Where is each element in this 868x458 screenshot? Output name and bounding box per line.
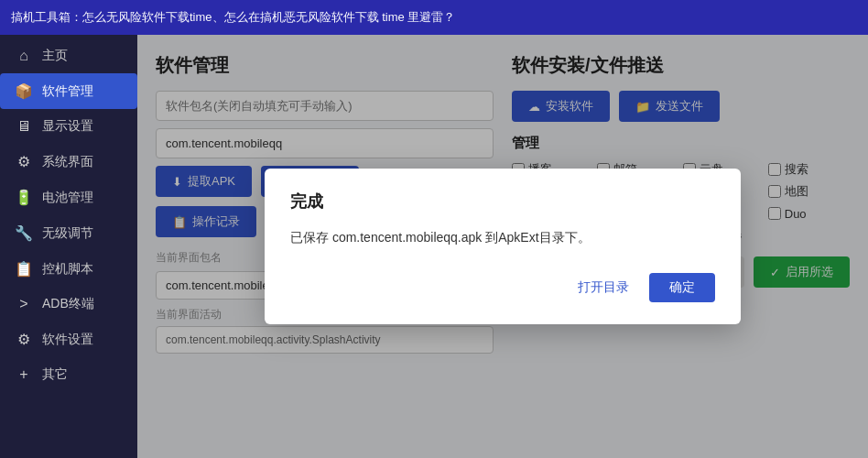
sidebar-item-system[interactable]: ⚙ 系统界面 [0, 144, 137, 180]
completion-dialog: 完成 已保存 com.tencent.mobileqq.apk 到ApkExt目… [265, 169, 741, 324]
sidebar-item-other[interactable]: + 其它 [0, 357, 137, 392]
sidebar: ⌂ 主页 📦 软件管理 🖥 显示设置 ⚙ 系统界面 🔋 电池管理 🔧 无级调节 … [0, 35, 137, 458]
display-icon: 🖥 [15, 118, 33, 135]
dialog-buttons: 打开目录 确定 [290, 273, 715, 302]
top-bar-text: 搞机工具箱：怎么无风险软件下载time、怎么在搞机恶无风险软件下载 time 里… [11, 9, 455, 26]
appsettings-icon: ⚙ [15, 331, 33, 348]
other-icon: + [15, 366, 33, 383]
software-icon: 📦 [15, 82, 33, 100]
sidebar-item-advanced[interactable]: 🔧 无级调节 [0, 215, 137, 251]
sidebar-item-adb[interactable]: > ADB终端 [0, 287, 137, 322]
system-icon: ⚙ [15, 153, 33, 170]
main-content: 软件管理 ⬇ 提取APK 🗑 卸载应用 📋 操作记录 [137, 35, 868, 458]
sidebar-label-advanced: 无级调节 [42, 225, 93, 242]
sidebar-label-battery: 电池管理 [42, 190, 93, 206]
sidebar-item-script[interactable]: 📋 控机脚本 [0, 251, 137, 287]
sidebar-label-appsettings: 软件设置 [42, 332, 93, 348]
sidebar-item-home[interactable]: ⌂ 主页 [0, 38, 137, 73]
dialog-overlay: 完成 已保存 com.tencent.mobileqq.apk 到ApkExt目… [137, 35, 868, 458]
top-bar: 搞机工具箱：怎么无风险软件下载time、怎么在搞机恶无风险软件下载 time 里… [0, 0, 868, 35]
adb-icon: > [15, 296, 33, 312]
open-dir-button[interactable]: 打开目录 [569, 273, 638, 302]
sidebar-label-script: 控机脚本 [42, 261, 93, 278]
sidebar-item-battery[interactable]: 🔋 电池管理 [0, 180, 137, 215]
sidebar-label-adb: ADB终端 [42, 296, 94, 312]
dialog-title: 完成 [290, 191, 715, 213]
confirm-button[interactable]: 确定 [649, 273, 715, 302]
sidebar-item-software[interactable]: 📦 软件管理 [0, 73, 137, 109]
sidebar-label-software: 软件管理 [42, 83, 93, 100]
sidebar-item-display[interactable]: 🖥 显示设置 [0, 109, 137, 144]
home-icon: ⌂ [15, 48, 33, 64]
battery-icon: 🔋 [15, 189, 33, 206]
sidebar-item-appsettings[interactable]: ⚙ 软件设置 [0, 322, 137, 357]
sidebar-label-system: 系统界面 [42, 154, 93, 170]
script-icon: 📋 [15, 260, 33, 278]
dialog-message: 已保存 com.tencent.mobileqq.apk 到ApkExt目录下。 [290, 227, 715, 247]
advanced-icon: 🔧 [15, 224, 33, 242]
sidebar-label-display: 显示设置 [42, 118, 93, 135]
sidebar-label-home: 主页 [42, 48, 68, 64]
sidebar-label-other: 其它 [42, 366, 68, 383]
